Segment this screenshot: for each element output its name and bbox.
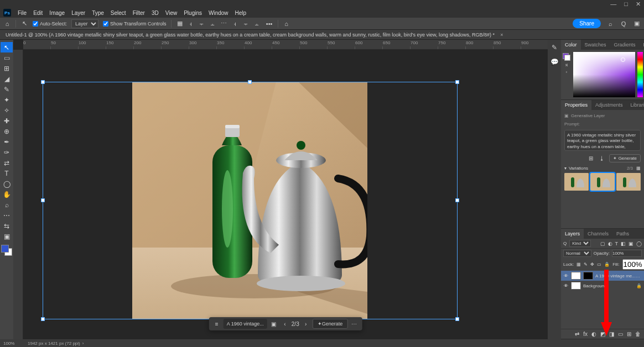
- document-tab-close-icon[interactable]: ×: [500, 32, 503, 38]
- 3d-mode-icon[interactable]: ⌂: [283, 20, 290, 28]
- auto-select-checkbox[interactable]: Auto-Select:: [33, 21, 67, 27]
- tab-libraries[interactable]: Libraries: [627, 100, 644, 110]
- layers-action-0[interactable]: ⇄: [575, 331, 579, 337]
- handle-mr[interactable]: [455, 198, 459, 202]
- next-variation-button[interactable]: ›: [302, 319, 310, 328]
- tool-14[interactable]: ✋: [1, 189, 13, 199]
- filter-toggle-icon[interactable]: ◯: [636, 241, 642, 246]
- download-icon[interactable]: ⭳: [598, 154, 606, 162]
- align-icon-1[interactable]: ⫞: [187, 20, 195, 28]
- menu-file[interactable]: File: [14, 9, 30, 17]
- variation-thumb-0[interactable]: [564, 173, 589, 191]
- tool-10[interactable]: ✑: [1, 147, 13, 157]
- variation-thumb-1[interactable]: [590, 173, 615, 191]
- search-icon[interactable]: ⌕: [606, 20, 614, 28]
- align-icon-7[interactable]: ⫠: [253, 20, 261, 28]
- menu-plugins[interactable]: Plugins: [180, 9, 205, 17]
- layers-action-4[interactable]: ◨: [609, 331, 614, 337]
- layers-action-2[interactable]: ◐: [591, 331, 596, 337]
- handle-tm[interactable]: [248, 80, 252, 84]
- lock-transparency-icon[interactable]: ▦: [577, 262, 581, 267]
- lock-artboard-icon[interactable]: ▭: [597, 262, 601, 267]
- align-icon-5[interactable]: ⫞: [231, 20, 239, 28]
- menu-filter[interactable]: Filter: [129, 9, 148, 17]
- home-icon[interactable]: ⌂: [3, 20, 11, 28]
- tool-15[interactable]: ⌕: [1, 199, 13, 210]
- prompt-chip[interactable]: A 1960 vintage...: [224, 319, 267, 329]
- color-swatches[interactable]: [1, 245, 12, 256]
- prev-variation-button[interactable]: ‹: [281, 319, 289, 328]
- align-icon-6[interactable]: ⫟: [242, 20, 250, 28]
- tool-1[interactable]: ▭: [1, 52, 13, 63]
- window-maximize-icon[interactable]: □: [624, 1, 628, 7]
- lock-position-icon[interactable]: ✥: [590, 262, 594, 267]
- opacity-input[interactable]: [612, 250, 642, 257]
- zoom-level[interactable]: 100%: [3, 341, 28, 346]
- menu-help[interactable]: Help: [232, 9, 250, 17]
- status-chevron-icon[interactable]: ›: [82, 341, 84, 346]
- tab-paths[interactable]: Paths: [612, 229, 633, 239]
- align-icon-0[interactable]: ▦: [176, 20, 184, 28]
- quick-actions-icon[interactable]: Q: [620, 20, 627, 28]
- layer-name[interactable]: Background: [583, 283, 634, 288]
- layers-action-7[interactable]: 🗑: [635, 331, 641, 337]
- foreground-background-swatch[interactable]: [563, 53, 570, 61]
- menu-edit[interactable]: Edit: [30, 9, 46, 17]
- tool-13[interactable]: ◯: [1, 178, 13, 189]
- default-colors-icon[interactable]: ▫: [566, 70, 568, 75]
- lock-all-icon[interactable]: 🔒: [604, 262, 610, 267]
- tab-swatches[interactable]: Swatches: [581, 40, 610, 50]
- menu-view[interactable]: View: [162, 9, 181, 17]
- hue-slider[interactable]: [637, 52, 643, 97]
- tool-3[interactable]: ◢: [1, 73, 13, 84]
- swap-colors-icon[interactable]: ⤭: [565, 63, 568, 67]
- move-tool-preset-icon[interactable]: ↖: [20, 20, 28, 28]
- tab-adjustments[interactable]: Adjustments: [591, 100, 627, 110]
- layer-row-0[interactable]: 👁A 1960 vintage me...ew, long shadows: [561, 271, 644, 281]
- handle-bl[interactable]: [41, 317, 45, 321]
- handle-ml[interactable]: [41, 198, 45, 202]
- tool-18[interactable]: ▣: [1, 231, 13, 241]
- tool-8[interactable]: ⊕: [1, 126, 13, 136]
- filter-type-icon[interactable]: T: [615, 241, 619, 246]
- menu-type[interactable]: Type: [89, 9, 107, 17]
- variations-toggle-icon[interactable]: ▾: [564, 166, 567, 171]
- layer-name[interactable]: A 1960 vintage me...ew, long shadows: [595, 274, 642, 278]
- layer-filter-kind[interactable]: Kind: [569, 240, 591, 247]
- comments-panel-icon[interactable]: 💬: [550, 57, 559, 66]
- layers-action-6[interactable]: ⊞: [627, 331, 631, 337]
- thumbs-up-icon[interactable]: ⊞: [587, 154, 595, 162]
- window-close-icon[interactable]: ✕: [636, 1, 641, 8]
- auto-select-target[interactable]: Layer: [71, 19, 98, 28]
- tool-4[interactable]: ✎: [1, 84, 13, 94]
- share-button[interactable]: Share: [573, 19, 601, 28]
- prompt-expand-icon[interactable]: ≡: [212, 319, 221, 328]
- tab-layers[interactable]: Layers: [561, 229, 584, 239]
- handle-tl[interactable]: [41, 80, 45, 84]
- filter-pixel-icon[interactable]: ▢: [600, 241, 605, 246]
- color-picker-field[interactable]: [573, 52, 635, 97]
- tab-channels[interactable]: Channels: [584, 229, 612, 239]
- tool-9[interactable]: ✒: [1, 136, 13, 147]
- variation-thumb-2[interactable]: [616, 173, 641, 191]
- layer-visibility-icon[interactable]: 👁: [563, 283, 569, 288]
- tool-7[interactable]: ✚: [1, 115, 13, 126]
- align-icon-2[interactable]: ⫟: [198, 20, 206, 28]
- tab-gradients[interactable]: Gradients: [610, 40, 640, 50]
- document-tab-title[interactable]: Untitled-1 @ 100% (A 1960 vintage metall…: [6, 32, 495, 38]
- menu-3d[interactable]: 3D: [148, 9, 162, 17]
- tool-16[interactable]: ⋯: [1, 210, 13, 220]
- tab-properties[interactable]: Properties: [561, 100, 591, 110]
- tool-5[interactable]: ✦: [1, 94, 13, 105]
- tool-12[interactable]: T: [1, 168, 13, 178]
- variations-grid-icon[interactable]: ▦: [636, 166, 641, 171]
- tab-color[interactable]: Color: [561, 40, 581, 50]
- workspace-switcher-icon[interactable]: ▣: [633, 20, 641, 28]
- history-panel-icon[interactable]: ✎: [550, 43, 559, 52]
- show-transform-checkbox[interactable]: Show Transform Controls: [103, 21, 167, 27]
- layer-visibility-icon[interactable]: 👁: [563, 274, 569, 278]
- filter-smart-icon[interactable]: ▣: [629, 241, 633, 246]
- handle-br[interactable]: [455, 317, 459, 321]
- prompt-textarea[interactable]: A 1960 vintage metallic shiny silver tea…: [564, 130, 641, 151]
- filter-adjust-icon[interactable]: ◐: [608, 241, 612, 246]
